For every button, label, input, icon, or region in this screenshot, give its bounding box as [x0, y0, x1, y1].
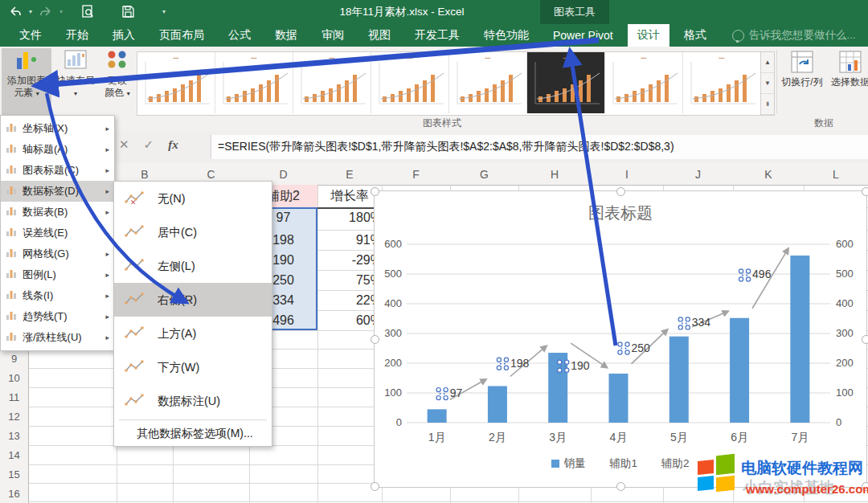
menu-item-趋势线(T)[interactable]: 趋势线(T)▸ — [1, 306, 114, 327]
undo-icon[interactable] — [6, 2, 24, 20]
submenu-item-右侧(R)[interactable]: 右侧(R) — [114, 283, 272, 317]
chart-object[interactable]: 图表标题 00100100200200300300400400500500600… — [374, 190, 867, 488]
tab-审阅[interactable]: 审阅 — [312, 24, 354, 47]
submenu-separator — [119, 419, 267, 420]
lines-icon — [6, 289, 17, 302]
gridline-horizontal — [0, 501, 868, 502]
menu-item-数据标签(D)[interactable]: 数据标签(D)▸ — [1, 181, 114, 202]
data-label[interactable]: 334 — [692, 316, 710, 329]
column-header-K[interactable]: K — [733, 163, 804, 186]
undo-dropdown-icon[interactable]: ▾ — [29, 8, 32, 15]
row-header-9[interactable]: 9 — [0, 349, 29, 368]
chart-style-thumbnail[interactable]: ▪▪▪▪ — [605, 52, 683, 113]
data-label[interactable]: 97 — [450, 386, 463, 399]
menu-item-坐标轴(X)[interactable]: 坐标轴(X)▸ — [1, 118, 114, 139]
submenu-item-上方(A)[interactable]: 上方(A) — [114, 317, 272, 350]
chart-selection-handle[interactable] — [371, 335, 379, 344]
legend-item-辅助1[interactable]: 辅助1 — [609, 456, 637, 471]
chart-style-thumbnail[interactable]: ▪▪▪▪ — [215, 52, 293, 113]
change-colors-button[interactable]: 更改 颜色 ▾ — [100, 48, 135, 125]
tab-插入[interactable]: 插入 — [103, 24, 145, 47]
row-header-10[interactable]: 10 — [0, 368, 29, 387]
tab-开发工具[interactable]: 开发工具 — [405, 24, 469, 47]
menu-item-label: 轴标题(A) — [23, 142, 68, 157]
row-header-14[interactable]: 14 — [0, 445, 29, 464]
gallery-up-icon[interactable]: ▲ — [761, 52, 774, 73]
menu-item-轴标题(A)[interactable]: 轴标题(A)▸ — [1, 139, 114, 160]
column-header-H[interactable]: H — [518, 163, 591, 186]
menu-item-图表标题(C)[interactable]: 图表标题(C)▸ — [1, 160, 114, 181]
chart-selection-handle[interactable] — [616, 482, 625, 491]
select-data-button[interactable]: 选择数据 — [826, 50, 868, 124]
gallery-more-icon[interactable]: ⇟ — [761, 94, 774, 115]
y-axis-tick-right: 600 — [836, 238, 863, 250]
submenu-item-无(N)[interactable]: ✕无(N) — [114, 182, 272, 215]
chart-style-thumbnail[interactable]: ▪▪▪▪ — [371, 52, 449, 113]
tab-特色功能[interactable]: 特色功能 — [474, 24, 538, 47]
row-header-12[interactable]: 12 — [0, 407, 29, 426]
chart-style-thumbnail[interactable]: ▪▪▪▪ — [683, 52, 761, 113]
chart-style-thumbnail[interactable]: ▪▪▪▪ — [449, 52, 527, 113]
x-axis-label: 2月 — [477, 431, 518, 445]
menu-item-图例(L)[interactable]: 图例(L)▸ — [1, 264, 114, 285]
chart-style-thumbnail[interactable]: ▪▪▪▪ — [293, 52, 371, 113]
tab-Power Pivot[interactable]: Power Pivot — [543, 24, 623, 47]
column-header-I[interactable]: I — [591, 163, 663, 186]
row-header-13[interactable]: 13 — [0, 426, 29, 445]
chart-selection-handle[interactable] — [371, 187, 379, 196]
tab-视图[interactable]: 视图 — [358, 24, 400, 47]
chart-selection-handle[interactable] — [616, 187, 625, 196]
column-header-E[interactable]: E — [317, 163, 382, 186]
tab-文件[interactable]: 文件 — [10, 24, 51, 47]
chart-style-thumbnail[interactable]: ▪▪▪▪ — [137, 52, 215, 113]
data-label[interactable]: 190 — [571, 359, 589, 372]
qat-customize-icon[interactable]: ▾ — [162, 8, 166, 15]
tab-公式[interactable]: 公式 — [219, 24, 260, 47]
row-header-11[interactable]: 11 — [0, 387, 29, 407]
tab-开始[interactable]: 开始 — [56, 24, 98, 47]
tell-me-box[interactable]: 告诉我您想要做什么... — [721, 24, 856, 47]
tab-数据[interactable]: 数据 — [265, 24, 307, 47]
submenu-item-下方(W)[interactable]: 下方(W) — [114, 350, 272, 384]
gallery-scrollbar[interactable]: ▲ ▼ ⇟ — [760, 51, 775, 116]
menu-item-涨/跌柱线(U)[interactable]: 涨/跌柱线(U)▸ — [1, 327, 114, 348]
column-header-L[interactable]: L — [804, 163, 868, 186]
tab-设计[interactable]: 设计 — [628, 24, 669, 47]
submenu-item-数据标注(U)[interactable]: 数据标注(U) — [114, 384, 272, 418]
row-header-16[interactable]: 16 — [0, 484, 29, 503]
submenu-item-more-options[interactable]: 其他数据标签选项(M)... — [114, 422, 272, 446]
gallery-down-icon[interactable]: ▼ — [761, 73, 774, 94]
quick-layout-button[interactable]: 快速布局▾ — [53, 48, 98, 125]
formula-input[interactable]: =SERIES(带升降箭头图表!$D$1,带升降箭头图表!$A$2:$A$8,带… — [211, 135, 868, 159]
print-preview-icon[interactable] — [79, 2, 96, 20]
insert-function-icon[interactable]: fx — [168, 138, 178, 152]
chart-selection-handle[interactable] — [371, 482, 379, 491]
submenu-item-左侧(L)[interactable]: 左侧(L) — [114, 249, 272, 283]
menu-item-线条(I)[interactable]: 线条(I)▸ — [1, 285, 114, 306]
tab-格式[interactable]: 格式 — [674, 24, 716, 47]
enter-icon[interactable]: ✓ — [144, 137, 154, 152]
chart-selection-handle[interactable] — [862, 187, 868, 196]
data-label[interactable]: 198 — [510, 357, 529, 370]
column-header-F[interactable]: F — [382, 163, 450, 186]
column-header-G[interactable]: G — [450, 163, 518, 186]
submenu-item-居中(C)[interactable]: 居中(C) — [114, 215, 272, 249]
menu-item-数据表(B)[interactable]: 数据表(B)▸ — [1, 202, 114, 223]
data-label[interactable]: 496 — [752, 268, 771, 280]
save-icon[interactable] — [119, 2, 137, 20]
menu-item-误差线(E)[interactable]: 误差线(E)▸ — [1, 223, 114, 243]
chart-selection-handle[interactable] — [862, 335, 868, 344]
tab-页面布局[interactable]: 页面布局 — [149, 24, 214, 47]
cancel-icon[interactable]: ✕ — [119, 137, 129, 152]
row-header-15[interactable]: 15 — [0, 464, 29, 484]
switch-row-column-button[interactable]: 切换行/列 — [781, 50, 823, 124]
data-label[interactable]: 250 — [632, 341, 650, 354]
legend-item-销量[interactable]: 销量 — [551, 456, 585, 471]
redo-dropdown-icon[interactable]: ▾ — [59, 8, 63, 15]
menu-item-网格线(G)[interactable]: 网格线(G)▸ — [1, 243, 114, 264]
redo-icon[interactable] — [37, 2, 55, 20]
chart-style-thumbnail[interactable]: ▪▪▪▪ — [527, 52, 605, 113]
add-chart-element-button[interactable]: 添加图表 元素 ▾ — [2, 48, 51, 125]
legend-item-辅助2[interactable]: 辅助2 — [661, 456, 690, 471]
column-header-J[interactable]: J — [663, 163, 733, 186]
